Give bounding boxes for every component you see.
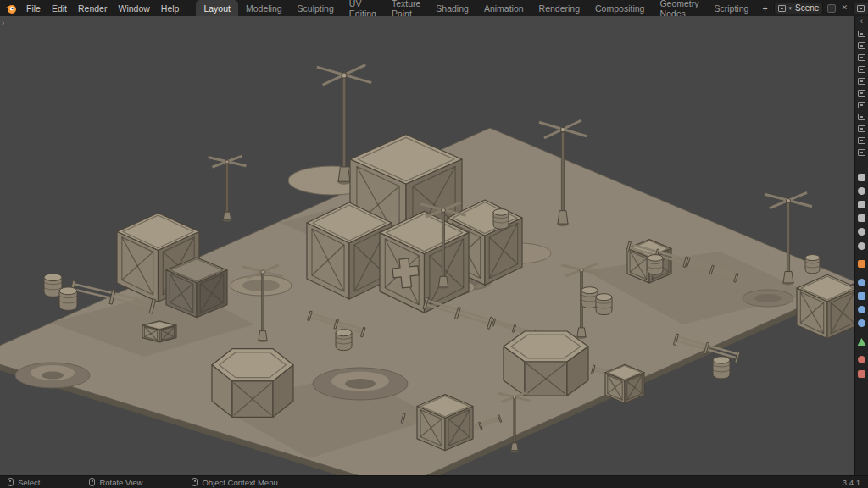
properties-tab-modifiers[interactable] — [856, 277, 867, 288]
menu-window[interactable]: Window — [113, 2, 154, 15]
workspace-tab-layout[interactable]: Layout — [196, 0, 238, 16]
crate-small[interactable] — [605, 364, 644, 403]
barrel[interactable] — [596, 294, 612, 315]
scene-icon — [778, 5, 786, 12]
left-mouse-icon — [8, 478, 14, 486]
menu-edit[interactable]: Edit — [47, 2, 72, 15]
properties-tab-view-layer[interactable] — [856, 213, 867, 224]
properties-tab-world[interactable] — [856, 241, 867, 252]
crate-small[interactable] — [417, 395, 473, 451]
chevron-down-icon: ▾ — [789, 5, 793, 12]
add-workspace-button[interactable]: + — [756, 0, 773, 16]
workspace-tabs: Layout Modeling Sculpting UV Editing Tex… — [196, 0, 773, 16]
status-context-menu: Object Context Menu — [192, 478, 277, 487]
properties-tab-scene[interactable] — [856, 226, 867, 237]
barrel[interactable] — [805, 255, 820, 274]
crate[interactable] — [380, 211, 469, 313]
menu-render[interactable]: Render — [73, 2, 112, 15]
crate[interactable] — [307, 202, 392, 299]
properties-tab-output[interactable] — [856, 199, 867, 210]
crate[interactable] — [797, 274, 854, 338]
new-scene-button[interactable] — [827, 4, 836, 13]
status-rotate-view: Rotate View — [89, 478, 142, 487]
workspace-tab-compositing[interactable]: Compositing — [587, 0, 652, 16]
status-select: Select — [8, 478, 40, 487]
3d-viewport[interactable]: › — [0, 16, 854, 475]
workspace-tab-texture-paint[interactable]: Texture Paint — [384, 0, 428, 16]
blender-window: File Edit Render Window Help Layout Mode… — [0, 0, 868, 488]
view-layer-icon — [857, 5, 865, 12]
middle-mouse-icon — [89, 478, 95, 486]
hex-crate[interactable] — [212, 349, 293, 418]
barrel[interactable] — [336, 330, 352, 351]
properties-tab-object-data[interactable] — [856, 336, 867, 347]
toolbar-toggle-arrow[interactable]: › — [2, 19, 4, 27]
right-mouse-icon — [192, 478, 198, 486]
topbar: File Edit Render Window Help Layout Mode… — [0, 0, 868, 16]
menu-file[interactable]: File — [21, 2, 46, 15]
workspace-tab-modeling[interactable]: Modeling — [238, 0, 290, 16]
properties-tab-texture[interactable] — [856, 369, 867, 380]
menu-help[interactable]: Help — [156, 2, 185, 15]
topbar-right: ▾ Scene ✕ ▾ ViewLayer ✕ — [774, 0, 868, 16]
hex-crate[interactable] — [504, 331, 588, 396]
crate-dark[interactable] — [166, 258, 227, 318]
barrel[interactable] — [59, 287, 77, 311]
properties-tab-particles[interactable] — [856, 291, 867, 302]
outliner-strip — [856, 28, 867, 158]
scene-collection-icon[interactable] — [856, 53, 867, 64]
properties-tab-physics[interactable] — [856, 304, 867, 315]
workspace-tab-animation[interactable]: Animation — [476, 0, 531, 16]
status-select-label: Select — [18, 478, 40, 487]
properties-tab-tool[interactable] — [856, 172, 867, 183]
status-context-menu-label: Object Context Menu — [202, 478, 277, 487]
workspace-tab-scripting[interactable]: Scripting — [707, 0, 757, 16]
workspace-tab-geometry-nodes[interactable]: Geometry Nodes — [652, 0, 706, 16]
barrel[interactable] — [648, 255, 663, 275]
scene-collection-icon[interactable] — [856, 100, 867, 111]
scene-collection-icon[interactable] — [856, 136, 867, 147]
scene-canvas[interactable] — [0, 16, 854, 475]
scene-collection-icon[interactable] — [856, 41, 867, 52]
properties-tab-object[interactable] — [856, 258, 867, 269]
scene-collection-icon[interactable] — [856, 29, 867, 40]
workspace-tab-shading[interactable]: Shading — [428, 0, 476, 16]
properties-tab-render[interactable] — [856, 186, 867, 197]
properties-tab-material[interactable] — [856, 354, 867, 365]
scene-collection-icon[interactable] — [856, 147, 867, 158]
view-layer-selector[interactable]: ▾ ViewLayer — [853, 3, 868, 14]
right-rail: ‹ — [854, 16, 868, 475]
barrel[interactable] — [493, 209, 509, 230]
blender-logo-icon[interactable] — [4, 2, 18, 15]
scene-collection-icon[interactable] — [856, 124, 867, 135]
scene-collection-icon[interactable] — [856, 64, 867, 75]
properties-tab-strip — [856, 170, 867, 380]
barrel[interactable] — [581, 287, 598, 308]
properties-tab-constraints[interactable] — [856, 318, 867, 329]
scene-name: Scene — [795, 3, 819, 13]
rail-collapse-arrow[interactable]: ‹ — [860, 18, 863, 25]
scene-collection-icon[interactable] — [856, 76, 867, 87]
scene-selector[interactable]: ▾ Scene — [774, 3, 824, 14]
barrel[interactable] — [713, 357, 730, 379]
workspace-tab-sculpting[interactable]: Sculpting — [290, 0, 342, 16]
pallet[interactable] — [142, 321, 176, 342]
workspace-tab-rendering[interactable]: Rendering — [531, 0, 587, 16]
scene-collection-icon[interactable] — [856, 88, 867, 99]
menu-bar: File Edit Render Window Help — [3, 0, 184, 16]
blender-version: 3.4.1 — [843, 478, 860, 487]
scene-collection-icon[interactable] — [856, 112, 867, 123]
status-rotate-view-label: Rotate View — [99, 478, 142, 487]
unlink-scene-button[interactable]: ✕ — [840, 4, 849, 12]
statusbar: Select Rotate View Object Context Menu 3… — [0, 475, 868, 488]
workspace-tab-uv-editing[interactable]: UV Editing — [342, 0, 384, 16]
